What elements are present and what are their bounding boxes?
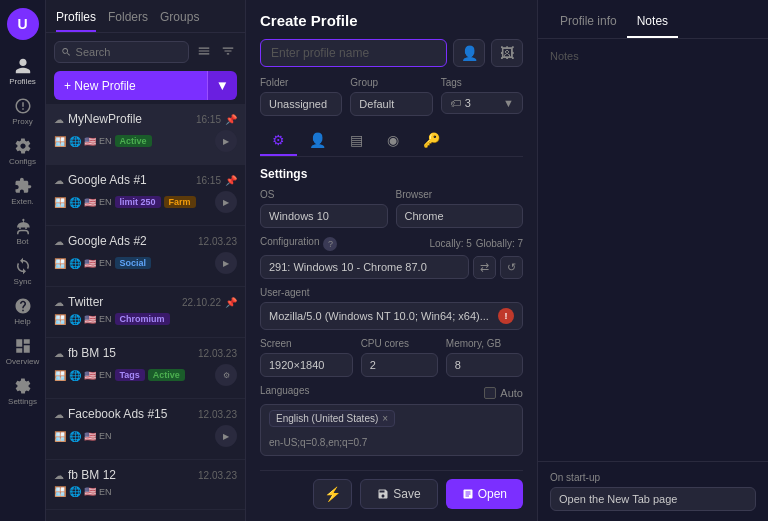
screen-label: Screen	[260, 338, 353, 349]
profile-item[interactable]: ☁ Twitter 22.10.22 📌 🪟 🌐 🇺🇸 EN Chromium	[46, 287, 245, 338]
profile-cloud-icon: ☁	[54, 470, 64, 481]
profile-item[interactable]: ☁ Google Ads #2 12.03.23 🪟 🌐 🇺🇸 EN Socia…	[46, 226, 245, 287]
browser-field: Browser Chrome	[396, 189, 524, 228]
os-select[interactable]: Windows 10	[260, 204, 388, 228]
save-label: Save	[393, 487, 420, 501]
play-button[interactable]: ▶	[215, 191, 237, 213]
sidebar-item-help[interactable]: Help	[4, 292, 42, 330]
tab-groups[interactable]: Groups	[160, 10, 199, 32]
tab-settings-icon[interactable]: ⚙	[260, 126, 297, 156]
profile-name: Facebook Ads #15	[68, 407, 167, 421]
image-btn[interactable]: 🖼	[491, 39, 523, 67]
tab-key-icon[interactable]: 🔑	[411, 126, 452, 156]
tab-notes[interactable]: Notes	[627, 10, 678, 38]
new-profile-split-button[interactable]: ▼	[207, 71, 237, 100]
tags-label: Tags	[441, 77, 523, 88]
startup-select[interactable]: Open the New Tab page	[550, 487, 756, 511]
profile-item[interactable]: ☁ Facebook Ads #15 12.03.23 🪟 🌐 🇺🇸 EN ▶	[46, 399, 245, 460]
memory-field: Memory, GB 8	[446, 338, 523, 377]
profiles-panel: Profiles Folders Groups + New Profile ▼ …	[46, 0, 246, 521]
flag-icon: 🇺🇸	[84, 370, 96, 381]
profile-item[interactable]: ☁ fb BM 15 12.03.23 🪟 🌐 🇺🇸 EN Tags Activ…	[46, 338, 245, 399]
sidebar-item-profiles[interactable]: Profiles	[4, 52, 42, 90]
profile-en: EN	[99, 258, 112, 268]
play-button[interactable]: ▶	[215, 252, 237, 274]
profiles-tabs: Profiles Folders Groups	[46, 0, 245, 33]
search-input[interactable]	[76, 46, 182, 58]
config-refresh-button[interactable]: ↺	[500, 256, 523, 279]
sidebar-label-bot: Bot	[16, 237, 28, 246]
folder-label: Folder	[260, 77, 342, 88]
config-shuffle-button[interactable]: ⇄	[473, 256, 496, 279]
search-input-wrap[interactable]	[54, 41, 189, 63]
play-button[interactable]: ▶	[215, 425, 237, 447]
profile-en: EN	[99, 314, 112, 324]
tab-storage-icon[interactable]: ▤	[338, 126, 375, 156]
lightning-button[interactable]: ⚡	[313, 479, 352, 509]
sidebar-item-proxy[interactable]: Proxy	[4, 92, 42, 130]
sidebar-item-extensions[interactable]: Exten.	[4, 172, 42, 210]
memory-select[interactable]: 8	[446, 353, 523, 377]
remove-language-button[interactable]: ×	[382, 413, 388, 424]
chrome-icon: 🌐	[69, 486, 81, 497]
screen-select[interactable]: 1920×1840	[260, 353, 353, 377]
right-tabs: Profile info Notes	[538, 0, 768, 39]
auto-checkbox[interactable]: Auto	[484, 387, 523, 399]
chrome-icon: 🌐	[69, 258, 81, 269]
profile-item[interactable]: ☁ MyNewProfile 16:15 📌 🪟 🌐 🇺🇸 EN Active …	[46, 104, 245, 165]
tab-user-icon[interactable]: 👤	[297, 126, 338, 156]
open-button[interactable]: Open	[446, 479, 523, 509]
tags-input[interactable]: 🏷 3 ▼	[441, 92, 523, 114]
save-button[interactable]: Save	[360, 479, 437, 509]
sidebar-label-help: Help	[14, 317, 30, 326]
folder-group-row: Folder Unassigned Group Default Tags 🏷 3…	[260, 77, 523, 116]
os-field: OS Windows 10	[260, 189, 388, 228]
sidebar-item-configs[interactable]: Configs	[4, 132, 42, 170]
cpu-label: CPU cores	[361, 338, 438, 349]
tab-cookies-icon[interactable]: ◉	[375, 126, 411, 156]
profile-time: 12.03.23	[198, 236, 237, 247]
profile-item[interactable]: ☁ fb BM 12 12.03.23 🪟 🌐 🇺🇸 EN	[46, 460, 245, 510]
settings-icon-btn[interactable]: ⚙	[215, 364, 237, 386]
tab-folders[interactable]: Folders	[108, 10, 148, 32]
tab-profiles[interactable]: Profiles	[56, 10, 96, 32]
icon-sidebar: U Profiles Proxy Configs Exten. Bot Sync…	[0, 0, 46, 521]
ua-input[interactable]	[269, 310, 498, 322]
flag-icon: 🇺🇸	[84, 258, 96, 269]
avatar-btn[interactable]: 👤	[453, 39, 485, 67]
folder-select[interactable]: Unassigned	[260, 92, 342, 116]
filter-button[interactable]	[219, 42, 237, 63]
sidebar-item-sync[interactable]: Sync	[4, 252, 42, 290]
open-label: Open	[478, 487, 507, 501]
profile-time: 12.03.23	[198, 348, 237, 359]
settings-section-title: Settings	[260, 167, 523, 181]
browser-select[interactable]: Chrome	[396, 204, 524, 228]
tag-icon: 🏷	[450, 97, 461, 109]
profile-en: EN	[99, 431, 112, 441]
config-select[interactable]: 291: Windows 10 - Chrome 87.0	[260, 255, 469, 279]
screen-field: Screen 1920×1840	[260, 338, 353, 377]
profile-name-input[interactable]	[260, 39, 447, 67]
ua-label: User-agent	[260, 287, 523, 298]
flag-icon: 🇺🇸	[84, 197, 96, 208]
startup-label: On start-up	[550, 472, 756, 483]
sidebar-label-sync: Sync	[14, 277, 32, 286]
new-profile-button[interactable]: + New Profile	[54, 71, 207, 100]
group-select[interactable]: Default	[350, 92, 432, 116]
profile-item[interactable]: ☁ Google Ads #1 16:15 📌 🪟 🌐 🇺🇸 EN limit …	[46, 165, 245, 226]
badge-farm: Farm	[164, 196, 196, 208]
useragent-section: User-agent !	[260, 287, 523, 330]
profile-cloud-icon: ☁	[54, 348, 64, 359]
tab-profile-info[interactable]: Profile info	[550, 10, 627, 38]
play-button[interactable]: ▶	[215, 130, 237, 152]
sidebar-item-overview[interactable]: Overview	[4, 332, 42, 370]
sidebar-item-settings[interactable]: Settings	[4, 372, 42, 410]
chrome-icon: 🌐	[69, 136, 81, 147]
sidebar-item-bot[interactable]: Bot	[4, 212, 42, 250]
languages-section: Languages Auto English (United States) ×…	[260, 385, 523, 456]
filter-list-button[interactable]	[195, 42, 213, 63]
cpu-select[interactable]: 2	[361, 353, 438, 377]
badge-active: Active	[148, 369, 185, 381]
profile-name: fb BM 12	[68, 468, 116, 482]
flag-icon: 🇺🇸	[84, 431, 96, 442]
